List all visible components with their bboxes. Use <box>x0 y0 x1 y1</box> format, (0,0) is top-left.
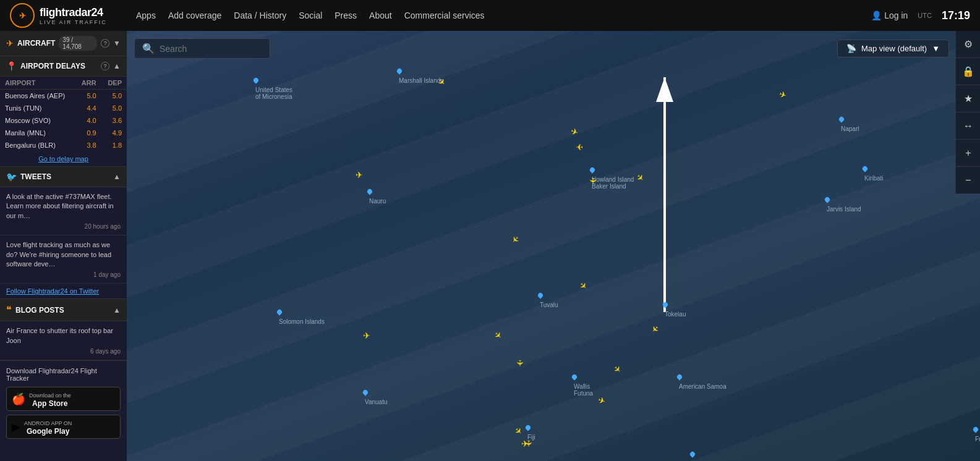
aircraft-icon[interactable]: ✈ <box>515 360 525 367</box>
aircraft-icon[interactable]: ✈ <box>363 331 370 340</box>
aircraft-icon[interactable]: ✈ <box>356 170 363 180</box>
chevron-down-icon: ▼ <box>932 44 940 53</box>
logo-icon: ✈ <box>10 3 35 28</box>
map-pin <box>571 374 577 381</box>
tweets-label: TWEETS <box>20 172 109 181</box>
map-label: Naparl <box>841 125 859 132</box>
table-row[interactable]: Moscow (SVO)4.03.6 <box>0 114 127 127</box>
map-label: Tuvalu <box>540 302 558 308</box>
nav-about[interactable]: About <box>369 11 392 20</box>
app-store-text: Download on the App Store <box>29 390 71 408</box>
list-item: A look at the active #737MAX fleet. Lear… <box>0 187 127 235</box>
map-label: Nauru <box>369 198 386 205</box>
logo-text-wrap: flightradar24 LIVE AIR TRAFFIC <box>40 6 107 25</box>
zoom-out-button[interactable]: − <box>956 167 980 194</box>
col-airport: AIRPORT <box>0 77 75 90</box>
google-play-button[interactable]: ▶ ANDROID APP ON Google Play <box>6 415 121 439</box>
nav-press[interactable]: Press <box>334 11 357 20</box>
aircraft-collapse[interactable]: ▼ <box>113 39 121 48</box>
nav-commercial[interactable]: Commercial services <box>404 11 485 20</box>
search-wrap: 🔍 <box>134 38 270 59</box>
search-input[interactable] <box>160 44 262 54</box>
map-pin <box>525 425 531 431</box>
delays-help[interactable]: ? <box>101 62 109 70</box>
aircraft-help[interactable]: ? <box>101 39 109 48</box>
nav-links: Apps Add coverage Data / History Social … <box>136 11 856 20</box>
map-pin <box>676 374 683 381</box>
delay-map-link[interactable]: Go to delay map <box>0 151 127 166</box>
arrow-indicator <box>640 65 689 324</box>
follow-twitter-link[interactable]: Follow Flightradar24 on Twitter <box>0 284 127 298</box>
aircraft-icon[interactable]: ✈ <box>521 439 529 449</box>
aircraft-label: AIRCRAFT <box>17 39 55 48</box>
aircraft-icon[interactable]: ✈ <box>576 142 583 152</box>
nav-coverage[interactable]: Add coverage <box>168 11 221 20</box>
map-pin <box>396 69 403 75</box>
map-area[interactable]: Marshall IslandsNauruSolomon IslandsVanu… <box>127 31 980 461</box>
nav-social[interactable]: Social <box>299 11 322 20</box>
tweets-collapse[interactable]: ▲ <box>113 172 121 181</box>
search-icon: 🔍 <box>142 43 155 54</box>
table-row[interactable]: Bengaluru (BLR)3.81.8 <box>0 139 127 151</box>
aircraft-icon[interactable]: ✈ <box>569 125 580 137</box>
map-label: Kiribati <box>864 175 884 182</box>
aircraft-icon[interactable]: ✈ <box>509 234 521 246</box>
airport-delays-header: 📍 AIRPORT DELAYS ? ▲ <box>0 56 127 77</box>
aircraft-count: 39 / 14,708 <box>59 36 97 51</box>
twitter-icon: 🐦 <box>6 172 17 182</box>
delays-collapse[interactable]: ▲ <box>113 62 121 70</box>
table-row[interactable]: Tunis (TUN)4.45.0 <box>0 102 127 114</box>
map-label: Howland Island Baker Island <box>592 176 634 190</box>
map-pin <box>973 427 979 433</box>
nav-data[interactable]: Data / History <box>234 11 286 20</box>
blog-collapse[interactable]: ▲ <box>113 306 121 315</box>
aircraft-icon[interactable]: ✈ <box>634 172 647 184</box>
aircraft-icon: ✈ <box>6 38 14 48</box>
map-label: United States of Micronesia <box>255 87 292 100</box>
airport-delays-label: AIRPORT DELAYS <box>20 62 97 70</box>
map-label: Tokelau <box>665 311 686 318</box>
lock-button[interactable]: 🔒 <box>956 58 980 85</box>
layers-button[interactable]: ↔ <box>956 112 980 140</box>
main-layout: ✈ AIRCRAFT 39 / 14,708 ? ▼ 📍 AIRPORT DEL… <box>0 31 980 461</box>
table-row[interactable]: Manila (MNL)0.94.9 <box>0 127 127 139</box>
aircraft-icon[interactable]: ✈ <box>577 280 590 292</box>
download-title: Download Flightradar24 Flight Tracker <box>6 367 121 382</box>
logo[interactable]: ✈ flightradar24 LIVE AIR TRAFFIC <box>10 3 121 28</box>
map-label: French Polynesia <box>975 436 980 442</box>
aircraft-icon[interactable]: ✈ <box>611 363 624 376</box>
map-pin <box>662 302 668 308</box>
login-button[interactable]: 👤 Log in <box>871 11 908 20</box>
map-pin <box>253 78 259 84</box>
broadcast-icon: 📡 <box>846 44 856 53</box>
utc-label: UTC <box>918 12 932 19</box>
top-navigation: ✈ flightradar24 LIVE AIR TRAFFIC Apps Ad… <box>0 0 980 31</box>
settings-button[interactable]: ⚙ <box>956 31 980 58</box>
map-canvas[interactable]: Marshall IslandsNauruSolomon IslandsVanu… <box>127 31 980 461</box>
col-arr: ARR <box>75 77 101 90</box>
clock-display: 17:19 <box>942 9 970 22</box>
map-label: Wallis Futuna <box>574 383 593 397</box>
aircraft-icon[interactable]: ✈ <box>778 88 788 100</box>
nav-right: 👤 Log in UTC 17:19 <box>871 9 970 22</box>
aircraft-icon[interactable]: ✈ <box>649 323 661 336</box>
aircraft-icon[interactable]: ✈ <box>513 425 525 438</box>
blog-label: BLOG POSTS <box>15 306 109 315</box>
map-pin <box>824 197 830 203</box>
aircraft-icon[interactable]: ✈ <box>588 177 598 185</box>
map-search-area: 🔍 📡 Map view (default) ▼ <box>134 38 949 59</box>
zoom-in-button[interactable]: + <box>956 140 980 167</box>
map-label: Jarvis Island <box>827 206 861 213</box>
blog-header: ❝ BLOG POSTS ▲ <box>0 298 127 321</box>
table-row[interactable]: Buenos Aires (AEP)5.05.0 <box>0 90 127 103</box>
nav-apps[interactable]: Apps <box>136 11 156 20</box>
store-badges: 🍎 Download on the App Store ▶ ANDROID AP… <box>6 387 121 439</box>
tweets-list: A look at the active #737MAX fleet. Lear… <box>0 187 127 284</box>
favorite-button[interactable]: ★ <box>956 85 980 112</box>
map-pin <box>276 310 283 316</box>
aircraft-icon[interactable]: ✈ <box>492 329 505 342</box>
map-view-button[interactable]: 📡 Map view (default) ▼ <box>837 40 949 57</box>
app-store-button[interactable]: 🍎 Download on the App Store <box>6 387 121 411</box>
aircraft-icon[interactable]: ✈ <box>597 394 607 406</box>
map-view-label: Map view (default) <box>861 44 927 53</box>
